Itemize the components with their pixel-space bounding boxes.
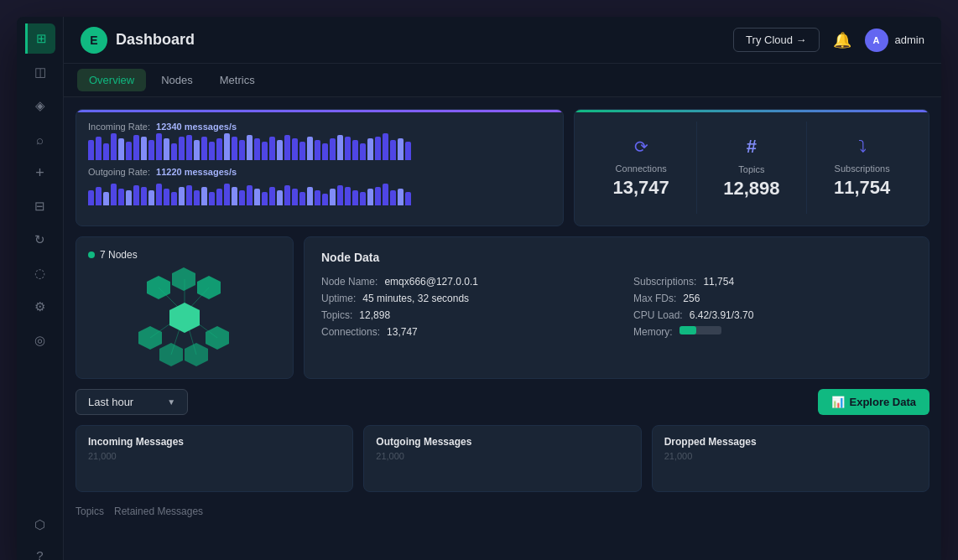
connections-value: 13,747: [613, 177, 669, 199]
sidebar-icon-add[interactable]: +: [25, 158, 55, 188]
content-area: E Dashboard Try Cloud → 🔔 A admin Overvi…: [64, 17, 941, 560]
dashboard-content: Incoming Rate: 12340 messages/s: [64, 97, 941, 560]
incoming-rate-label: Incoming Rate: 12340 messages/s: [88, 122, 551, 132]
chevron-down-icon: ▼: [167, 397, 175, 407]
sidebar-icon-help[interactable]: ?: [25, 540, 55, 560]
user-badge: A admin: [865, 29, 924, 52]
topics-value: 12,898: [723, 178, 779, 200]
tab-overview[interactable]: Overview: [77, 69, 146, 91]
notification-bell-icon[interactable]: 🔔: [833, 31, 851, 49]
node-data-card: Node Data Node Name: emqx666@127.0.0.1 S…: [304, 236, 929, 379]
avatar: A: [865, 29, 888, 52]
node-graphic: [88, 267, 281, 368]
chart-cards-row: Incoming Messages 21,000 Outgoing Messag…: [75, 425, 929, 492]
tab-metrics[interactable]: Metrics: [208, 69, 267, 91]
page-title: Dashboard: [116, 31, 195, 49]
username: admin: [895, 34, 924, 46]
bottom-tab-topics: Topics: [75, 506, 104, 517]
sidebar-icon-database[interactable]: ⬡: [25, 510, 55, 540]
incoming-bars: [88, 133, 551, 160]
sidebar-icon-bell[interactable]: ◌: [25, 258, 55, 288]
memory-row: Memory:: [633, 326, 912, 338]
outgoing-rate-label: Outgoing Rate: 11220 messages/s: [88, 167, 551, 177]
cpuload-row: CPU Load: 6.42/3.91/3.70: [633, 309, 912, 321]
topics-row: Topics: 12,898: [321, 309, 600, 321]
connections-icon: ⟳: [634, 137, 648, 157]
incoming-messages-title: Incoming Messages: [88, 436, 341, 448]
stat-topics: # Topics 12,898: [697, 122, 808, 214]
node-status-dot: [88, 251, 95, 258]
header: E Dashboard Try Cloud → 🔔 A admin: [64, 17, 941, 64]
header-logo: E Dashboard: [81, 27, 195, 54]
sidebar-icon-search[interactable]: ⌕: [25, 124, 55, 154]
maxfds-row: Max FDs: 256: [633, 293, 912, 304]
explore-data-button[interactable]: 📊 Explore Data: [818, 389, 929, 415]
dropped-messages-subtitle: 21,000: [664, 451, 917, 461]
tab-navigation: Overview Nodes Metrics: [64, 64, 941, 97]
node-count-label: 7 Nodes: [100, 249, 138, 261]
node-name-row: Node Name: emqx666@127.0.0.1: [321, 276, 600, 288]
outgoing-bars: [88, 179, 551, 205]
uptime-row: Uptime: 45 minutes, 32 seconds: [321, 293, 600, 304]
outgoing-messages-subtitle: 21,000: [376, 451, 628, 461]
sidebar-icon-shield[interactable]: ◈: [25, 91, 55, 121]
subscriptions-row: Subscriptions: 11,754: [633, 276, 912, 288]
connections-row: Connections: 13,747: [321, 326, 600, 338]
sidebar-icon-grid[interactable]: ⊟: [25, 191, 55, 221]
stats-card: ⟳ Connections 13,747 # Topics 12,898 ⤵ S…: [574, 109, 929, 226]
sidebar-icon-eye[interactable]: ◎: [25, 325, 55, 355]
dropped-messages-title: Dropped Messages: [664, 436, 917, 448]
stat-connections: ⟳ Connections 13,747: [586, 122, 697, 214]
bottom-tab-bar: Topics Retained Messages: [75, 502, 929, 521]
main-sidebar: ⊞ ◫ ◈ ⌕ + ⊟ ↻ ◌ ⚙ ◎ ⬡ ?: [17, 17, 64, 560]
time-range-select[interactable]: Last hour ▼: [75, 389, 188, 415]
bottom-controls: Last hour ▼ 📊 Explore Data: [75, 389, 929, 415]
sidebar-icon-refresh[interactable]: ↻: [25, 225, 55, 255]
memory-progress-bar: [679, 326, 721, 334]
node-data-title: Node Data: [321, 251, 912, 264]
node-visual-card: 7 Nodes: [75, 236, 294, 379]
dropped-messages-card: Dropped Messages 21,000: [652, 425, 929, 492]
node-data-grid: Node Name: emqx666@127.0.0.1 Subscriptio…: [321, 276, 912, 338]
logo-icon: E: [81, 27, 107, 54]
subscriptions-label: Subscriptions: [835, 163, 890, 174]
topics-icon: #: [747, 136, 757, 158]
top-row: Incoming Rate: 12340 messages/s: [75, 109, 929, 226]
hex-network: [130, 267, 239, 368]
connections-label: Connections: [616, 163, 667, 174]
topics-label: Topics: [738, 164, 764, 174]
outgoing-messages-card: Outgoing Messages 21,000: [363, 425, 641, 492]
header-actions: Try Cloud → 🔔 A admin: [733, 28, 924, 52]
incoming-messages-card: Incoming Messages 21,000: [75, 425, 353, 492]
stat-subscriptions: ⤵ Subscriptions 11,754: [807, 122, 917, 214]
incoming-messages-subtitle: 21,000: [88, 451, 341, 461]
sidebar-icon-dashboard[interactable]: ⊞: [25, 23, 55, 54]
rate-card: Incoming Rate: 12340 messages/s: [75, 109, 564, 226]
subscriptions-icon: ⤵: [858, 137, 867, 157]
sidebar-icon-monitor[interactable]: ◫: [25, 57, 55, 87]
try-cloud-button[interactable]: Try Cloud →: [733, 28, 819, 52]
outgoing-messages-title: Outgoing Messages: [376, 436, 628, 448]
bottom-tab-retained: Retained Messages: [114, 506, 203, 517]
node-section: 7 Nodes: [75, 236, 929, 379]
sidebar-icon-settings[interactable]: ⚙: [25, 292, 55, 322]
subscriptions-value: 11,754: [834, 177, 890, 199]
tab-nodes[interactable]: Nodes: [149, 69, 205, 91]
chart-icon: 📊: [831, 396, 845, 408]
node-count-badge: 7 Nodes: [88, 249, 281, 261]
